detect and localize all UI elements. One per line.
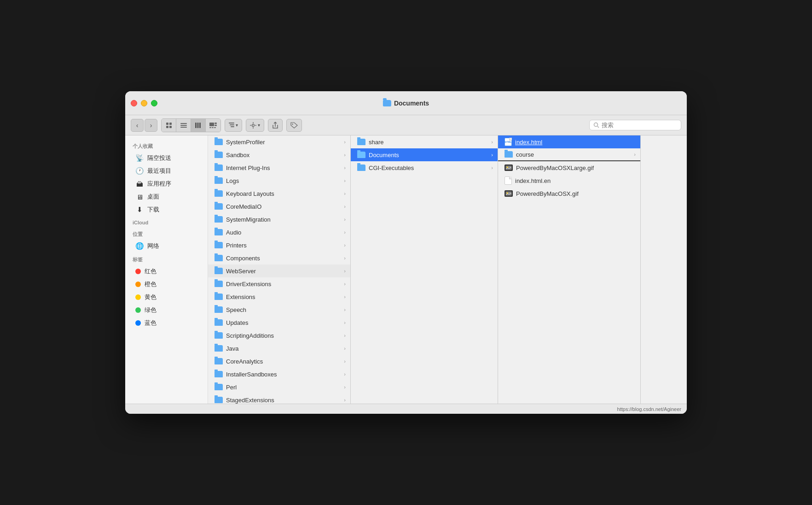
sidebar-item-tag-blue[interactable]: 蓝色: [128, 317, 205, 329]
sidebar-item-apps[interactable]: 🏔 应用程序: [128, 177, 205, 190]
search-icon: [593, 122, 599, 128]
list-item[interactable]: Speech ›: [208, 303, 350, 316]
sidebar-item-airdrop[interactable]: 📡 隔空投送: [128, 152, 205, 164]
svg-rect-0: [166, 123, 168, 125]
list-item[interactable]: ScriptingAdditions ›: [208, 329, 350, 342]
file-item[interactable]: index.html.en: [498, 174, 640, 187]
chevron-right-icon: ›: [344, 358, 346, 364]
item-name: Internet Plug-Ins: [226, 164, 342, 171]
share-button[interactable]: [268, 119, 283, 132]
list-item[interactable]: Printers ›: [208, 239, 350, 252]
list-item[interactable]: share ›: [351, 135, 498, 148]
list-item[interactable]: Sandbox ›: [208, 148, 350, 161]
network-icon: 🌐: [135, 242, 144, 250]
minimize-button[interactable]: [141, 100, 147, 106]
sidebar-item-desktop[interactable]: 🖥 桌面: [128, 190, 205, 203]
html-file-icon: HTML: [505, 138, 512, 146]
tags-section-title: 标签: [125, 252, 208, 265]
list-item[interactable]: CoreAnalytics ›: [208, 355, 350, 368]
image-icon: [505, 165, 512, 170]
sidebar-item-network[interactable]: 🌐 网络: [128, 240, 205, 252]
folder-icon: [215, 294, 223, 300]
list-item[interactable]: Internet Plug-Ins ›: [208, 161, 350, 174]
arrange-dropdown[interactable]: ▾: [225, 119, 242, 132]
column-view-button[interactable]: [191, 119, 206, 132]
item-name: Extensions: [226, 294, 342, 300]
list-item[interactable]: DriverExtensions ›: [208, 277, 350, 290]
file-name: index.html.en: [515, 177, 636, 184]
tag-button[interactable]: [286, 119, 302, 132]
item-name: CoreMediaIO: [226, 203, 342, 210]
file-item[interactable]: PoweredByMacOSXLarge.gif: [498, 161, 640, 174]
search-bar[interactable]: [589, 120, 681, 130]
sidebar-item-tag-green[interactable]: 绿色: [128, 304, 205, 317]
sidebar-item-tag-yellow[interactable]: 黄色: [128, 291, 205, 304]
list-item[interactable]: SystemMigration ›: [208, 213, 350, 226]
back-button[interactable]: ‹: [131, 119, 144, 132]
orange-tag-dot: [135, 282, 141, 287]
finder-window: Documents ‹ ›: [125, 91, 687, 414]
chevron-right-icon: ›: [344, 217, 346, 222]
list-item[interactable]: StagedExtensions ›: [208, 393, 350, 404]
svg-point-25: [594, 123, 598, 127]
list-item[interactable]: Components ›: [208, 252, 350, 264]
sidebar-label-airdrop: 隔空投送: [147, 154, 171, 162]
sidebar-item-recents[interactable]: 🕐 最近项目: [128, 164, 205, 177]
personal-section-title: 个人收藏: [125, 139, 208, 152]
maximize-button[interactable]: [151, 100, 157, 106]
svg-rect-3: [169, 126, 172, 128]
sidebar-item-downloads[interactable]: ⬇ 下载: [128, 203, 205, 216]
chevron-right-icon: ›: [344, 346, 346, 351]
list-item[interactable]: CoreMediaIO ›: [208, 200, 350, 213]
search-input[interactable]: [602, 122, 675, 129]
action-dropdown[interactable]: ▾: [246, 119, 264, 132]
chevron-right-icon: ›: [344, 139, 346, 145]
folder-icon: [215, 319, 223, 326]
list-item[interactable]: Logs ›: [208, 174, 350, 187]
file-name: index.html: [515, 139, 636, 146]
yellow-tag-dot: [135, 294, 141, 300]
svg-rect-11: [215, 123, 217, 124]
file-item[interactable]: HTML index.html: [498, 135, 640, 148]
gallery-view-button[interactable]: [206, 119, 220, 132]
list-item[interactable]: Documents ›: [351, 148, 498, 161]
svg-rect-31: [506, 192, 511, 195]
sidebar-item-tag-orange[interactable]: 橙色: [128, 278, 205, 291]
item-name: InstallerSandboxes: [226, 371, 342, 378]
item-name: DriverExtensions: [226, 281, 342, 288]
folder-icon: [215, 203, 223, 210]
list-item[interactable]: SystemProfiler ›: [208, 135, 350, 148]
icloud-section-title: iCloud: [125, 216, 208, 227]
list-item[interactable]: Updates ›: [208, 316, 350, 329]
file-name: PoweredByMacOSXLarge.gif: [516, 164, 636, 171]
item-name: Updates: [226, 319, 342, 326]
list-item[interactable]: CGI-Executables ›: [351, 161, 498, 174]
svg-rect-16: [229, 123, 234, 123]
list-item[interactable]: InstallerSandboxes ›: [208, 368, 350, 381]
list-item[interactable]: WebServer ›: [208, 264, 350, 277]
list-view-button[interactable]: [176, 119, 191, 132]
svg-line-26: [597, 126, 599, 128]
chevron-right-icon: ›: [634, 152, 636, 157]
chevron-right-icon: ›: [344, 397, 346, 403]
list-item[interactable]: Extensions ›: [208, 290, 350, 303]
item-name: Keyboard Layouts: [226, 190, 342, 197]
chevron-right-icon: ›: [344, 229, 346, 235]
item-name: SystemMigration: [226, 216, 342, 223]
forward-button[interactable]: ›: [145, 119, 157, 132]
sidebar-label-downloads: 下载: [147, 206, 159, 214]
icon-view-button[interactable]: [162, 119, 176, 132]
gif-file-icon: [505, 190, 513, 197]
list-item[interactable]: Keyboard Layouts ›: [208, 187, 350, 200]
image-icon: [505, 191, 512, 196]
list-item[interactable]: Perl ›: [208, 381, 350, 393]
item-name: Logs: [226, 177, 342, 184]
close-button[interactable]: [131, 100, 137, 106]
list-item[interactable]: Audio ›: [208, 226, 350, 239]
file-item[interactable]: PoweredByMacOSX.gif: [498, 187, 640, 200]
file-item[interactable]: course ›: [498, 148, 640, 161]
chevron-right-icon: ›: [344, 371, 346, 377]
nav-buttons: ‹ ›: [131, 119, 157, 132]
sidebar-item-tag-red[interactable]: 红色: [128, 265, 205, 278]
list-item[interactable]: Java ›: [208, 342, 350, 355]
